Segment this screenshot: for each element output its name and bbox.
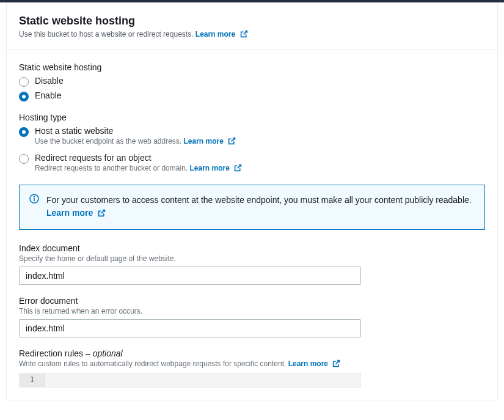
index-document-desc: Specify the home or default page of the …: [19, 254, 485, 263]
hosting-type-radio-group: Host a static website Use the bucket end…: [19, 126, 485, 174]
page-title: Static website hosting: [19, 15, 485, 28]
radio-icon: [19, 127, 29, 137]
external-link-icon: [228, 137, 236, 147]
header-panel: Static website hosting Use this bucket t…: [6, 2, 498, 50]
redirect-learn-more-link[interactable]: Learn more: [189, 164, 242, 172]
redirection-rules-label: Redirection rules – optional: [19, 348, 485, 358]
radio-enable[interactable]: Enable: [19, 90, 485, 101]
svg-point-2: [34, 196, 34, 197]
page-description: Use this bucket to host a website or red…: [19, 30, 485, 40]
radio-icon: [19, 77, 29, 87]
info-box: For your customers to access content at …: [19, 185, 485, 230]
radio-desc-static: Use the bucket endpoint as the web addre…: [35, 137, 485, 147]
hosting-radio-group: Disable Enable: [19, 76, 485, 101]
hosting-section-label: Static website hosting: [19, 62, 485, 72]
radio-host-static[interactable]: Host a static website Use the bucket end…: [19, 126, 485, 147]
radio-icon: [19, 154, 29, 164]
error-document-desc: This is returned when an error occurs.: [19, 307, 485, 315]
error-document-label: Error document: [19, 296, 485, 306]
external-link-icon: [98, 208, 106, 221]
error-document-field: Error document This is returned when an …: [19, 296, 485, 337]
radio-icon: [19, 92, 29, 101]
redirection-rules-field: Redirection rules – optional Write custo…: [19, 348, 485, 388]
radio-label-disable: Disable: [35, 76, 64, 86]
external-link-icon: [240, 30, 248, 40]
redirection-rules-editor[interactable]: 1: [19, 373, 361, 388]
external-link-icon: [332, 359, 340, 369]
radio-desc-redirect: Redirect requests to another bucket or d…: [35, 164, 485, 174]
radio-label-redirect: Redirect requests for an object: [35, 153, 485, 163]
redirection-rules-desc: Write custom rules to automatically redi…: [19, 359, 485, 369]
radio-label-static: Host a static website: [35, 126, 485, 136]
external-link-icon: [234, 164, 242, 174]
radio-disable[interactable]: Disable: [19, 76, 485, 87]
radio-label-enable: Enable: [35, 90, 62, 100]
info-icon: [29, 194, 39, 221]
static-learn-more-link[interactable]: Learn more: [184, 137, 236, 146]
index-document-input[interactable]: [19, 267, 361, 285]
index-document-field: Index document Specify the home or defau…: [19, 243, 485, 285]
error-document-input[interactable]: [19, 319, 361, 337]
redirection-learn-more-link[interactable]: Learn more: [288, 359, 341, 368]
line-number: 1: [20, 374, 45, 387]
info-text: For your customers to access content at …: [46, 194, 475, 221]
radio-redirect[interactable]: Redirect requests for an object Redirect…: [19, 153, 485, 174]
hosting-type-label: Hosting type: [19, 112, 485, 122]
content-panel: Static website hosting Disable Enable Ho…: [6, 50, 498, 400]
header-learn-more-link[interactable]: Learn more: [195, 30, 248, 39]
info-learn-more-link[interactable]: Learn more: [46, 208, 106, 218]
index-document-label: Index document: [19, 243, 485, 253]
code-area[interactable]: [45, 374, 360, 387]
